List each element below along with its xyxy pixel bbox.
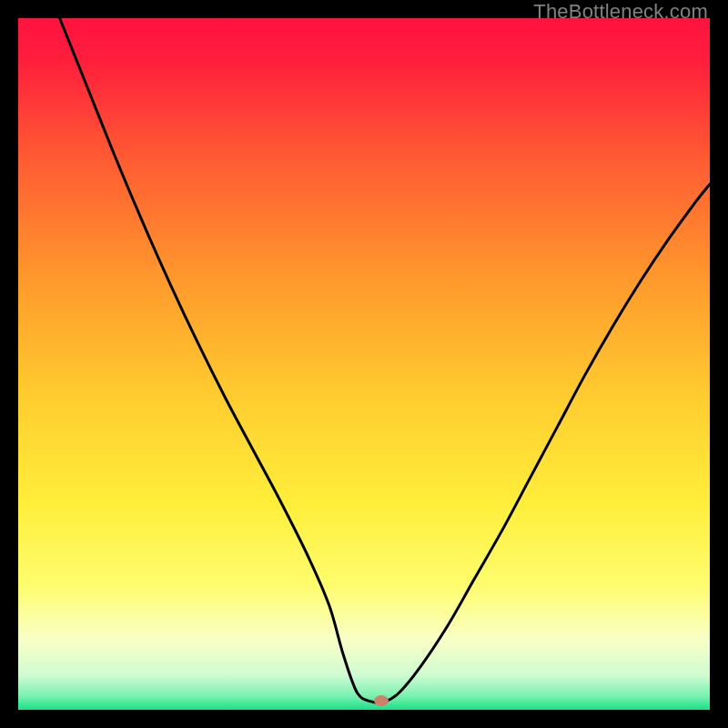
bottleneck-chart [18,18,710,710]
plot-outer-border [18,18,710,710]
chart-frame: TheBottleneck.com [0,0,728,728]
optimal-point-marker [374,695,389,706]
watermark-text: TheBottleneck.com [533,0,708,24]
gradient-background [18,18,710,710]
